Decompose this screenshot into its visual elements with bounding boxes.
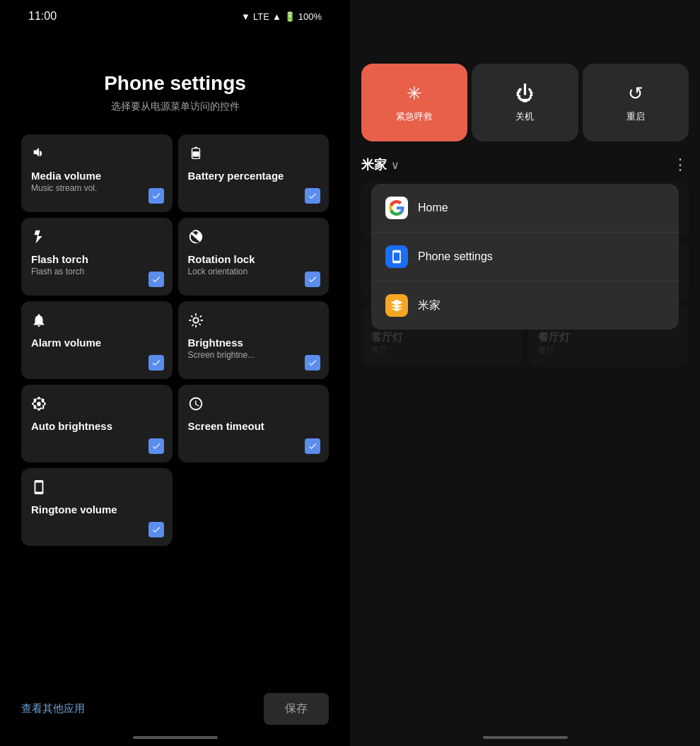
smart-home-title-row[interactable]: 米家 ∨ [361,156,399,173]
dropdown-item-米家[interactable]: 米家 [371,281,679,330]
tile-checkbox[interactable] [305,438,320,454]
rotation-lock-icon [188,229,320,249]
auto-brightness-icon: A [31,396,163,416]
tile-sub: Lock orientation [188,267,320,276]
tile-sub: Screen brightne... [188,350,320,360]
other-apps-link[interactable]: 查看其他应用 [21,702,85,716]
more-options-icon[interactable]: ⋮ [672,156,689,174]
wifi-icon: ▼ [241,11,250,22]
tile-checkbox[interactable] [148,272,164,287]
tile-name: Battery percentage [188,170,320,182]
right-panel: ✳紧急呼救⏻关机↺重启 米家 ∨ ⋮ 💡关 客厅灯 客厅 💡关 [350,0,700,746]
tile-name: Screen timeout [188,420,320,432]
power-icon-关机: ⏻ [515,83,534,105]
dropdown-item-home[interactable]: Home [371,184,679,233]
tile-checkbox[interactable] [148,438,164,454]
media-volume-icon [31,146,163,165]
save-button[interactable]: 保存 [264,693,329,725]
power-icon-紧急呼救: ✳ [407,83,422,105]
screen-timeout-icon [188,396,320,416]
brightness-icon [188,313,320,332]
tile-rotation-lock[interactable]: Rotation lockLock orientation [178,218,329,296]
tile-ringtone-volume[interactable]: Ringtone volume [21,468,173,546]
app-dropdown: HomePhone settings米家 [371,184,679,330]
tile-name: Auto brightness [31,420,163,432]
tile-name: Media volume [31,170,163,182]
tile-checkbox[interactable] [148,522,164,537]
left-panel: 11:00 ▼ LTE ▲ 🔋 100% Phone settings 选择要从… [0,0,350,746]
power-tile-重启[interactable]: ↺重启 [583,64,689,141]
power-label-紧急呼救: 紧急呼救 [396,110,433,123]
tile-checkbox[interactable] [305,355,320,371]
status-bar: 11:00 ▼ LTE ▲ 🔋 100% [21,0,329,30]
tile-media-volume[interactable]: Media volumeMusic stream vol. [21,134,173,212]
tiles-grid: Media volumeMusic stream vol.Battery per… [21,134,329,546]
power-label-重启: 重启 [626,110,645,123]
tile-name: Rotation lock [188,253,320,265]
app-icon-米家 [385,294,408,317]
battery-icon: 🔋 [284,11,296,22]
dropdown-item-phone-settings[interactable]: Phone settings [371,233,679,281]
lte-label: LTE [253,11,269,22]
svg-rect-1 [194,147,197,148]
battery-percent: 100% [298,11,322,22]
smart-home-title: 米家 [361,156,387,173]
svg-rect-2 [192,151,199,156]
tile-checkbox[interactable] [148,188,164,204]
tile-checkbox[interactable] [148,355,164,371]
tile-auto-brightness[interactable]: AAuto brightness [21,385,173,462]
alarm-volume-icon [31,313,163,332]
page-title: Phone settings [104,72,246,95]
app-icon-home [385,197,408,219]
tile-name: Ringtone volume [31,503,163,515]
tile-screen-timeout[interactable]: Screen timeout [178,385,329,462]
tile-checkbox[interactable] [305,272,320,287]
nav-indicator-right [483,736,568,739]
smart-home-header: 米家 ∨ ⋮ [361,156,689,174]
nav-indicator [133,736,218,739]
tile-alarm-volume[interactable]: Alarm volume [21,301,173,379]
tile-sub: Flash as torch [31,267,163,276]
tile-name: Alarm volume [31,337,163,349]
tile-battery-percentage[interactable]: Battery percentage [178,134,329,212]
ringtone-volume-icon [31,479,163,499]
tile-name: Flash torch [31,253,163,265]
tile-brightness[interactable]: BrightnessScreen brightne... [178,301,329,379]
dropdown-label: Home [418,202,448,214]
svg-text:A: A [37,402,41,407]
page-subtitle: 选择要从电源菜单访问的控件 [111,100,240,113]
chevron-down-icon: ∨ [391,158,399,172]
power-menu-row: ✳紧急呼救⏻关机↺重启 [350,0,700,141]
dropdown-label: 米家 [418,298,441,313]
power-label-关机: 关机 [515,110,534,123]
status-icons: ▼ LTE ▲ 🔋 100% [241,11,322,22]
bottom-bar: 查看其他应用 保存 [21,693,329,725]
power-tile-紧急呼救[interactable]: ✳紧急呼救 [361,64,467,141]
tile-name: Brightness [188,337,320,349]
dropdown-label: Phone settings [418,250,493,263]
tile-checkbox[interactable] [305,188,320,204]
flash-torch-icon [31,229,163,249]
tile-flash-torch[interactable]: Flash torchFlash as torch [21,218,173,296]
battery-percentage-icon [188,146,320,165]
status-time: 11:00 [28,10,57,23]
signal-icon: ▲ [272,11,281,22]
app-icon-phone-settings [385,245,408,268]
tile-sub: Music stream vol. [31,183,163,193]
power-icon-重启: ↺ [628,83,643,105]
power-tile-关机[interactable]: ⏻关机 [472,64,578,141]
